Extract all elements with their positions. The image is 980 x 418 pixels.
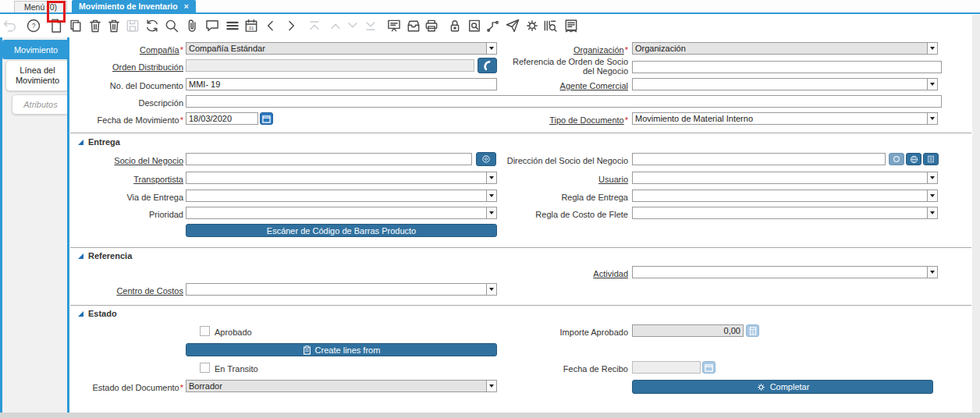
sidebar-tab-movimiento[interactable]: Movimiento (2, 40, 69, 59)
next-record-icon[interactable] (282, 16, 300, 35)
actividad-value[interactable] (633, 267, 927, 278)
compania-dropdown-icon[interactable] (486, 43, 496, 54)
transportista-combo[interactable] (186, 172, 497, 184)
escaner-codigo-barras-button[interactable]: Escáner de Código de Barras Producto (186, 224, 497, 237)
delete-selection-icon[interactable] (105, 16, 123, 35)
no-documento-input[interactable] (186, 78, 497, 90)
refresh-icon[interactable] (143, 16, 162, 35)
process-icon[interactable] (523, 16, 541, 35)
prioridad-value[interactable] (186, 207, 486, 218)
delete-record-icon[interactable] (86, 16, 105, 35)
prioridad-combo[interactable] (186, 207, 497, 219)
socio-negocio-info-button[interactable] (476, 152, 496, 166)
escaner-button-label: Escáner de Código de Barras Producto (267, 226, 416, 236)
copy-record-icon[interactable] (66, 16, 85, 35)
section-entrega-header[interactable]: Entrega (78, 137, 120, 147)
archive-icon[interactable] (404, 16, 423, 35)
regla-entrega-value[interactable] (633, 190, 927, 201)
usuario-combo[interactable] (632, 172, 938, 184)
referencia-orden-input[interactable] (632, 61, 942, 73)
sidebar-divider (67, 37, 69, 413)
direccion-socio-input[interactable] (632, 153, 886, 165)
centro-costos-dropdown-icon[interactable] (486, 284, 496, 295)
record-access-icon[interactable] (465, 16, 484, 35)
agente-comercial-dropdown-icon[interactable] (927, 79, 937, 90)
compania-combo[interactable] (186, 42, 497, 55)
find-icon[interactable] (162, 16, 181, 35)
previous-record-icon[interactable] (261, 16, 280, 35)
fecha-movimiento-input[interactable] (186, 112, 258, 125)
actividad-dropdown-icon[interactable] (927, 267, 937, 278)
section-referencia-header[interactable]: Referencia (78, 251, 132, 260)
save-icon (123, 16, 142, 35)
tab-movimiento-inventario[interactable]: Movimiento de Inventario × (72, 0, 196, 12)
regla-entrega-dropdown-icon[interactable] (927, 190, 937, 201)
compania-label: Compañía* (70, 45, 183, 55)
agente-comercial-combo[interactable] (632, 78, 938, 90)
regla-costo-flete-dropdown-icon[interactable] (927, 207, 937, 218)
tipo-documento-dropdown-icon[interactable] (927, 113, 937, 124)
send-mail-icon[interactable] (503, 16, 522, 35)
organizacion-value[interactable] (633, 43, 927, 54)
workflow-icon[interactable] (484, 16, 502, 35)
building-icon (927, 155, 935, 163)
regla-entrega-combo[interactable] (632, 190, 938, 202)
aprobado-checkbox[interactable] (200, 326, 210, 336)
organizacion-dropdown-icon[interactable] (927, 43, 937, 54)
transportista-value[interactable] (186, 172, 486, 183)
close-tab-icon[interactable]: × (184, 2, 189, 11)
highlight-annotation (47, 1, 66, 23)
sidebar-tab-linea-del-movimiento[interactable]: Línea del Movimiento (5, 60, 69, 91)
print-icon[interactable] (422, 16, 441, 35)
section-separator (70, 133, 971, 133)
grid-toggle-icon[interactable] (223, 16, 242, 35)
application-window: Menú (0) Movimiento de Inventario × ?31 … (0, 0, 980, 418)
regla-costo-flete-combo[interactable] (632, 207, 938, 219)
estado-documento-value[interactable] (186, 381, 486, 391)
estado-documento-dropdown-icon[interactable] (486, 381, 496, 391)
centro-costos-value[interactable] (186, 284, 486, 295)
direccion-socio-label: Dirección del Socio del Negocio (499, 156, 628, 165)
attachment-icon[interactable] (183, 16, 202, 35)
calendar-icon[interactable]: 31 (242, 16, 261, 35)
en-transito-checkbox[interactable] (200, 363, 210, 373)
fecha-movimiento-calendar-button[interactable] (260, 112, 273, 125)
sidebar-tab-atributos[interactable]: Atributos (12, 94, 69, 115)
report-window-icon[interactable] (562, 16, 581, 35)
product-barcode-icon[interactable] (541, 16, 559, 35)
regla-costo-flete-value[interactable] (633, 207, 927, 218)
socio-negocio-input[interactable] (186, 153, 472, 165)
importe-aprobado-label: Importe Aprobado (499, 328, 628, 337)
direccion-map-button[interactable] (906, 153, 921, 165)
tipo-documento-combo[interactable] (632, 112, 938, 125)
via-entrega-value[interactable] (186, 190, 486, 201)
sidebar-tab-movimiento-label: Movimiento (14, 45, 58, 55)
estado-documento-combo[interactable] (186, 380, 497, 392)
actividad-combo[interactable] (632, 266, 938, 278)
via-entrega-dropdown-icon[interactable] (486, 190, 496, 201)
usuario-value[interactable] (633, 172, 927, 183)
importe-aprobado-calculator-button (746, 324, 759, 337)
completar-button[interactable]: Completar (632, 380, 933, 394)
help-icon[interactable]: ? (24, 16, 43, 35)
organizacion-combo[interactable] (632, 42, 938, 55)
lock-icon[interactable] (446, 16, 464, 35)
tipo-documento-value[interactable] (633, 113, 927, 124)
report-icon[interactable] (385, 16, 403, 35)
direccion-location-button[interactable] (923, 153, 939, 165)
compania-value[interactable] (186, 43, 486, 54)
orden-distribucion-zoom-button[interactable] (478, 58, 497, 73)
direccion-record-button[interactable] (889, 153, 904, 165)
usuario-dropdown-icon[interactable] (927, 172, 937, 183)
transportista-dropdown-icon[interactable] (486, 172, 496, 183)
last-record-icon (361, 16, 380, 35)
chat-icon[interactable] (203, 16, 222, 35)
descripcion-input[interactable] (186, 95, 942, 108)
orden-distribucion-input (186, 59, 474, 72)
agente-comercial-value[interactable] (633, 79, 927, 90)
create-lines-from-button[interactable]: Create lines from (186, 343, 497, 356)
prioridad-dropdown-icon[interactable] (486, 207, 496, 218)
centro-costos-combo[interactable] (186, 283, 497, 296)
section-estado-header[interactable]: Estado (78, 309, 117, 318)
via-entrega-combo[interactable] (186, 190, 497, 202)
